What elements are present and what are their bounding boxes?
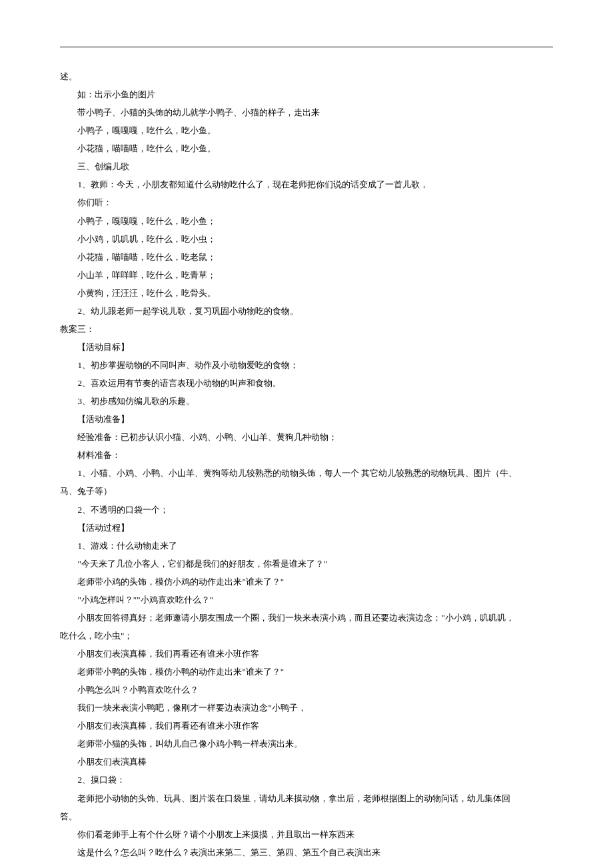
text-line: 你们看老师手上有个什么呀？请个小朋友上来摸摸，并且取出一样东西来 xyxy=(60,825,553,843)
text-line: 带小鸭子、小猫的头饰的幼儿就学小鸭子、小猫的样子，走出来 xyxy=(60,103,553,121)
text-line: 小朋友们表演真棒 xyxy=(60,753,553,771)
text-line: 答。 xyxy=(60,807,553,825)
text-line: 老师带小猫的头饰，叫幼儿自己像小鸡小鸭一样表演出来。 xyxy=(60,735,553,753)
text-line: "小鸡怎样叫？""小鸡喜欢吃什么？" xyxy=(60,591,553,609)
text-line: 2、不透明的口袋一个； xyxy=(60,501,553,519)
text-line: 马、兔子等） xyxy=(60,482,553,500)
text-line: 如：出示小鱼的图片 xyxy=(60,85,553,103)
document-page: 述。如：出示小鱼的图片带小鸭子、小猫的头饰的幼儿就学小鸭子、小猫的样子，走出来小… xyxy=(0,0,613,868)
text-line: 三、创编儿歌 xyxy=(60,157,553,175)
text-line: 小花猫，喵喵喵，吃什么，吃老鼠； xyxy=(60,248,553,266)
text-line: 【活动过程】 xyxy=(60,519,553,537)
text-line: 这是什么？怎么叫？吃什么？表演出来第二、第三、第四、第五个自己表演出来 xyxy=(60,843,553,861)
text-line: 1、小猫、小鸡、小鸭、小山羊、黄狗等幼儿较熟悉的动物头饰，每人一个 其它幼儿较熟… xyxy=(60,464,553,482)
text-line: 小鸭子，嘎嘎嘎，吃什么，吃小鱼。 xyxy=(60,121,553,139)
text-line: 吃什么，吃小虫"； xyxy=(60,627,553,645)
text-line: 1、初步掌握动物的不同叫声、动作及小动物爱吃的食物； xyxy=(60,356,553,374)
text-line: 小朋友们表演真棒，我们再看还有谁来小班作客 xyxy=(60,717,553,735)
text-line: 【活动准备】 xyxy=(60,410,553,428)
text-line: 经验准备：已初步认识小猫、小鸡、小鸭、小山羊、黄狗几种动物； xyxy=(60,428,553,446)
text-line: 小黄狗，汪汪汪，吃什么，吃骨头。 xyxy=(60,284,553,302)
text-line: 1、游戏：什么动物走来了 xyxy=(60,537,553,555)
text-line: 我们一块来表演小鸭吧，像刚才一样要边表演边念"小鸭子， xyxy=(60,699,553,717)
text-line: 老师带小鸡的头饰，模仿小鸡的动作走出来"谁来了？" xyxy=(60,573,553,591)
text-line: 1、教师：今天，小朋友都知道什么动物吃什么了，现在老师把你们说的话变成了一首儿歌… xyxy=(60,175,553,193)
text-line: 述。 xyxy=(60,67,553,85)
text-line: 2、幼儿跟老师一起学说儿歌，复习巩固小动物吃的食物。 xyxy=(60,302,553,320)
text-line: 小鸭子，嘎嘎嘎，吃什么，吃小鱼； xyxy=(60,212,553,230)
text-line: 小鸭怎么叫？小鸭喜欢吃什么？ xyxy=(60,681,553,699)
text-line: 【活动目标】 xyxy=(60,338,553,356)
text-line: 小小鸡，叽叽叽，吃什么，吃小虫； xyxy=(60,230,553,248)
text-line: 你们听： xyxy=(60,193,553,211)
text-line: 教案三： xyxy=(60,320,553,338)
text-line: 2、喜欢运用有节奏的语言表现小动物的叫声和食物。 xyxy=(60,374,553,392)
text-line: 小朋友们表演真棒，我们再看还有谁来小班作客 xyxy=(60,645,553,663)
text-line: 老师带小鸭的头饰，模仿小鸭的动作走出来"谁来了？" xyxy=(60,663,553,681)
top-rule xyxy=(60,47,553,47)
text-line: 小朋友回答得真好；老师邀请小朋友围成一个圈，我们一块来表演小鸡，而且还要边表演边… xyxy=(60,609,553,627)
text-line: 3、初步感知仿编儿歌的乐趣。 xyxy=(60,392,553,410)
document-body: 述。如：出示小鱼的图片带小鸭子、小猫的头饰的幼儿就学小鸭子、小猫的样子，走出来小… xyxy=(60,67,553,861)
text-line: "今天来了几位小客人，它们都是我们的好朋友，你看是谁来了？" xyxy=(60,555,553,573)
text-line: 小山羊，咩咩咩，吃什么，吃青草； xyxy=(60,266,553,284)
text-line: 老师把小动物的头饰、玩具、图片装在口袋里，请幼儿来摸动物，拿出后，老师根据图上的… xyxy=(60,789,553,807)
text-line: 材料准备： xyxy=(60,446,553,464)
text-line: 2、摸口袋： xyxy=(60,771,553,789)
text-line: 小花猫，喵喵喵，吃什么，吃小鱼。 xyxy=(60,139,553,157)
